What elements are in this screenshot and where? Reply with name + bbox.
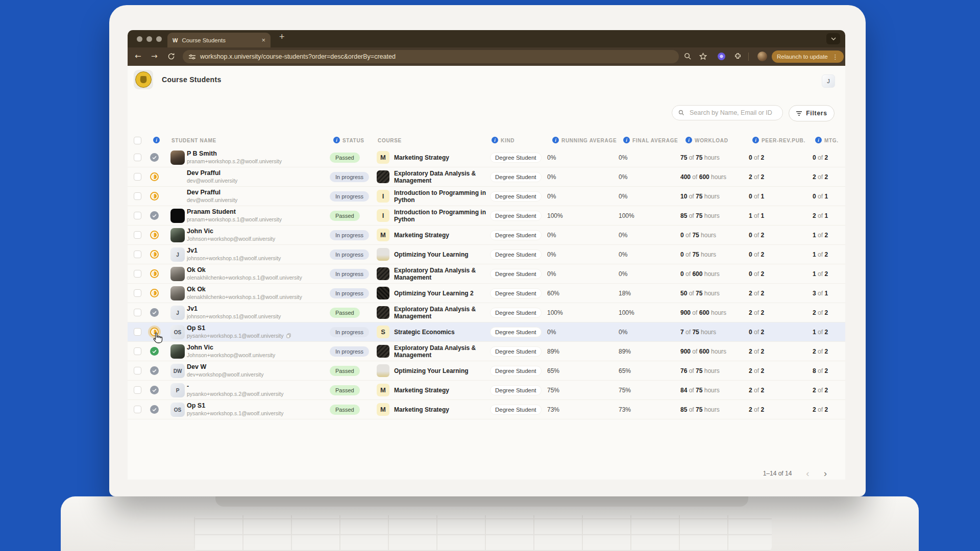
row-checkbox[interactable] bbox=[134, 270, 141, 278]
progress-status-icon[interactable] bbox=[150, 192, 159, 201]
kebab-menu-icon[interactable]: ⋮ bbox=[832, 53, 839, 61]
tab-close-icon[interactable]: × bbox=[261, 36, 265, 44]
table-row[interactable]: John Vic Johnson+workshop@woolf.universi… bbox=[128, 342, 845, 361]
progress-status-icon[interactable] bbox=[150, 308, 159, 317]
col-kind[interactable]: KIND bbox=[501, 138, 514, 143]
row-checkbox[interactable] bbox=[134, 406, 141, 413]
col-course[interactable]: COURSE bbox=[378, 138, 402, 143]
row-checkbox[interactable] bbox=[134, 192, 141, 200]
progress-status-icon[interactable] bbox=[150, 172, 159, 181]
bookmark-star-icon[interactable] bbox=[699, 53, 707, 60]
table-row[interactable]: John Vic Johnson+workshop@woolf.universi… bbox=[128, 226, 845, 245]
next-page-icon[interactable]: › bbox=[824, 468, 827, 479]
table-row[interactable]: P B Smith pranam+workshop.s.2@woolf.univ… bbox=[128, 148, 845, 167]
course-name[interactable]: Exploratory Data Analysis & Management bbox=[394, 344, 496, 359]
browser-tab[interactable]: W Course Students × bbox=[167, 33, 271, 47]
back-icon[interactable]: ← bbox=[135, 52, 141, 61]
progress-status-icon[interactable] bbox=[150, 366, 159, 375]
row-checkbox[interactable] bbox=[134, 154, 141, 161]
col-running-average[interactable]: RUNNING AVERAGE bbox=[561, 138, 617, 143]
row-checkbox[interactable] bbox=[134, 386, 141, 394]
search-input[interactable] bbox=[689, 109, 776, 117]
course-name[interactable]: Marketing Strategy bbox=[394, 406, 496, 413]
course-name[interactable]: Optimizing Your Learning 2 bbox=[394, 289, 496, 296]
address-bar[interactable]: workshop.x.university/course-students?or… bbox=[183, 50, 679, 63]
info-icon[interactable]: i bbox=[685, 137, 692, 143]
col-peer-rev-pub[interactable]: PEER-REV.PUB. bbox=[762, 138, 805, 143]
traffic-light-icon[interactable] bbox=[137, 36, 142, 42]
course-name[interactable]: Exploratory Data Analysis & Management bbox=[394, 305, 496, 320]
row-checkbox[interactable] bbox=[134, 173, 141, 181]
course-name[interactable]: Strategic Economics bbox=[394, 328, 496, 335]
row-checkbox[interactable] bbox=[134, 231, 141, 239]
progress-status-icon[interactable] bbox=[150, 347, 159, 356]
extensions-puzzle-icon[interactable] bbox=[734, 53, 742, 60]
row-checkbox[interactable] bbox=[134, 328, 141, 336]
progress-status-icon[interactable] bbox=[150, 153, 159, 162]
course-name[interactable]: Optimizing Your Learning bbox=[394, 251, 496, 258]
search-box[interactable] bbox=[672, 105, 783, 120]
col-final-average[interactable]: FINAL AVERAGE bbox=[632, 138, 678, 143]
reload-icon[interactable] bbox=[167, 53, 175, 60]
progress-status-icon[interactable] bbox=[150, 289, 159, 297]
course-name[interactable]: Exploratory Data Analysis & Management bbox=[394, 169, 496, 184]
row-checkbox[interactable] bbox=[134, 367, 141, 374]
site-settings-icon[interactable] bbox=[189, 54, 195, 60]
traffic-light-icon[interactable] bbox=[156, 36, 162, 42]
table-row[interactable]: OS Op S1 pysanko+workshop.s.1@woolf.univ… bbox=[128, 400, 845, 419]
row-checkbox[interactable] bbox=[134, 251, 141, 258]
table-row[interactable]: Dev Prafful dev@woolf.university In prog… bbox=[128, 167, 845, 187]
info-icon[interactable]: i bbox=[815, 137, 822, 143]
progress-status-icon[interactable] bbox=[150, 269, 159, 278]
table-row[interactable]: J Jv1 johnson+workshop.s1@woolf.universi… bbox=[128, 245, 845, 264]
course-name[interactable]: Marketing Strategy bbox=[394, 231, 496, 238]
extension-icon[interactable] bbox=[718, 53, 725, 60]
info-icon[interactable]: i bbox=[752, 137, 759, 143]
info-icon[interactable]: i bbox=[153, 137, 160, 143]
progress-status-icon[interactable] bbox=[150, 231, 159, 239]
course-name[interactable]: Introduction to Programming in Python bbox=[394, 189, 496, 204]
progress-status-icon[interactable] bbox=[150, 405, 159, 414]
tab-search-chevron-icon[interactable] bbox=[826, 33, 840, 44]
info-icon[interactable]: i bbox=[492, 137, 498, 143]
col-status[interactable]: STATUS bbox=[342, 138, 364, 143]
progress-status-icon[interactable] bbox=[150, 211, 159, 220]
course-name[interactable]: Optimizing Your Learning bbox=[394, 367, 496, 374]
row-checkbox[interactable] bbox=[134, 347, 141, 355]
table-row[interactable]: Pranam Student pranam+workshop.s.1@woolf… bbox=[128, 206, 845, 226]
course-name[interactable]: Marketing Strategy bbox=[394, 386, 496, 393]
university-logo[interactable] bbox=[134, 70, 153, 89]
table-row[interactable]: DW Dev W dev+workshop@woolf.university P… bbox=[128, 361, 845, 381]
copy-icon[interactable] bbox=[286, 333, 291, 338]
progress-status-icon[interactable] bbox=[150, 386, 159, 394]
table-row[interactable]: Ok Ok olenakhilchenko+workshop.s.1@woolf… bbox=[128, 264, 845, 284]
col-workload[interactable]: WORKLOAD bbox=[695, 138, 728, 143]
user-avatar[interactable]: J bbox=[822, 74, 835, 88]
profile-avatar[interactable] bbox=[757, 52, 767, 61]
previous-page-icon[interactable]: ‹ bbox=[806, 468, 809, 479]
row-checkbox[interactable] bbox=[134, 289, 141, 297]
zoom-icon[interactable] bbox=[684, 53, 692, 60]
info-icon[interactable]: i bbox=[623, 137, 630, 143]
col-mtg[interactable]: MTG. bbox=[824, 138, 839, 143]
course-name[interactable]: Marketing Strategy bbox=[394, 154, 496, 161]
row-checkbox[interactable] bbox=[134, 309, 141, 316]
traffic-light-icon[interactable] bbox=[146, 36, 152, 42]
course-name[interactable]: Introduction to Programming in Python bbox=[394, 208, 496, 223]
row-checkbox[interactable] bbox=[134, 212, 141, 219]
info-icon[interactable]: i bbox=[333, 137, 340, 143]
info-icon[interactable]: i bbox=[552, 137, 559, 143]
table-row[interactable]: P - pysanko+workshop.s.2@woolf.universit… bbox=[128, 381, 845, 400]
filters-button[interactable]: Filters bbox=[789, 105, 835, 121]
col-student-name[interactable]: STUDENT NAME bbox=[172, 138, 216, 143]
table-row[interactable]: J Jv1 johnson+workshop.s1@woolf.universi… bbox=[128, 303, 845, 322]
new-tab-button[interactable]: + bbox=[279, 32, 285, 42]
table-row[interactable]: Ok Ok olenakhilchenko+workshop.s.1@woolf… bbox=[128, 284, 845, 303]
table-row[interactable]: Dev Prafful dev@woolf.university In prog… bbox=[128, 187, 845, 206]
forward-icon[interactable]: → bbox=[151, 52, 158, 61]
table-row[interactable]: OS Op S1 pysanko+workshop.s.1@woolf.univ… bbox=[128, 322, 845, 342]
relaunch-button[interactable]: Relaunch to update ⋮ bbox=[772, 51, 844, 63]
course-name[interactable]: Exploratory Data Analysis & Management bbox=[394, 266, 496, 281]
select-all-checkbox[interactable] bbox=[134, 137, 141, 144]
progress-status-icon[interactable] bbox=[150, 250, 159, 259]
